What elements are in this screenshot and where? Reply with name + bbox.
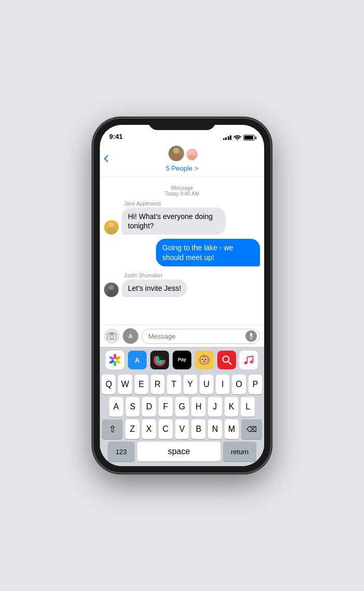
svg-point-3 xyxy=(190,150,194,155)
group-avatars xyxy=(167,145,197,163)
web-search-app-icon[interactable] xyxy=(217,351,236,369)
svg-point-5 xyxy=(109,223,114,228)
key-O[interactable]: O xyxy=(232,375,245,394)
group-name[interactable]: 5 People > xyxy=(166,164,199,172)
delete-key[interactable]: ⌫ xyxy=(241,419,262,439)
svg-point-31 xyxy=(250,361,253,364)
message-input[interactable] xyxy=(141,329,260,344)
notch xyxy=(148,119,216,130)
activity-icon-svg xyxy=(152,353,167,367)
status-time: 9:41 xyxy=(109,133,123,140)
avatar-justin xyxy=(104,282,119,297)
music-icon-svg xyxy=(243,354,254,366)
key-I[interactable]: I xyxy=(216,375,229,394)
keyboard-row-bottom: 123 space return xyxy=(102,442,262,461)
phone-screen: 9:41 xyxy=(100,125,264,466)
app-drawer: A Pay 🐵 xyxy=(100,347,264,371)
message-row-jane: Hi! What's everyone doing tonight? xyxy=(104,208,260,235)
bubble-jane: Hi! What's everyone doing tonight? xyxy=(122,208,226,235)
header-center: 5 People > xyxy=(166,145,199,172)
key-Q[interactable]: Q xyxy=(102,375,115,394)
key-T[interactable]: T xyxy=(167,375,180,394)
person2-icon xyxy=(187,149,197,160)
shift-key[interactable]: ⇧ xyxy=(102,419,123,439)
key-M[interactable]: M xyxy=(225,419,239,439)
key-Y[interactable]: Y xyxy=(184,375,197,394)
avatar-jane xyxy=(104,220,119,235)
signal-icon xyxy=(223,135,232,140)
svg-point-4 xyxy=(188,155,196,160)
avatar-secondary xyxy=(185,148,199,161)
svg-point-2 xyxy=(171,153,181,161)
avatar-main xyxy=(167,145,185,162)
key-R[interactable]: R xyxy=(151,375,164,394)
back-button[interactable] xyxy=(105,156,111,161)
message-row-sent: Going to the lake - we should meet up! xyxy=(104,239,260,266)
nav-header: 5 People > xyxy=(100,143,264,177)
battery-icon xyxy=(243,135,255,140)
mic-icon xyxy=(249,333,253,339)
message-row-justin: Let's invite Jess! xyxy=(104,279,260,297)
photos-app-icon[interactable] xyxy=(106,351,124,369)
key-J[interactable]: J xyxy=(208,397,222,417)
appstore-app-icon[interactable]: A xyxy=(128,351,147,369)
search-icon-svg xyxy=(222,355,232,365)
music-app-icon[interactable] xyxy=(239,351,258,369)
svg-point-28 xyxy=(223,356,229,363)
appstore-icon-svg: A xyxy=(132,354,143,366)
key-X[interactable]: X xyxy=(142,419,156,439)
bubble-justin: Let's invite Jess! xyxy=(122,279,187,297)
sender-name-justin: Justin Shumaker xyxy=(124,273,260,278)
animoji-app-icon[interactable]: 🐵 xyxy=(195,351,214,369)
space-key[interactable]: space xyxy=(137,442,220,461)
key-F[interactable]: F xyxy=(159,397,173,417)
activity-app-icon[interactable] xyxy=(150,351,169,369)
bubble-sent: Going to the lake - we should meet up! xyxy=(156,239,260,266)
svg-rect-13 xyxy=(250,333,252,337)
timestamp-label: iMessage Today 9:40 AM xyxy=(104,185,260,197)
key-P[interactable]: P xyxy=(249,375,262,394)
svg-point-30 xyxy=(244,362,248,365)
keyboard-row-1: Q W E R T Y U I O P xyxy=(102,375,262,394)
key-N[interactable]: N xyxy=(208,419,222,439)
svg-point-10 xyxy=(110,335,114,339)
camera-button[interactable] xyxy=(104,328,120,344)
phone-frame: 9:41 xyxy=(94,119,270,472)
input-area: A xyxy=(100,325,264,347)
sender-name-jane: Jane Appleseed xyxy=(124,201,260,207)
appstore-button[interactable]: A xyxy=(123,328,138,344)
key-L[interactable]: L xyxy=(241,397,255,417)
message-group-jane: Jane Appleseed Hi! What's everyone doing… xyxy=(104,201,260,235)
camera-icon xyxy=(107,332,116,340)
svg-text:A: A xyxy=(135,356,140,364)
svg-rect-11 xyxy=(110,332,114,334)
svg-point-7 xyxy=(109,285,114,290)
key-E[interactable]: E xyxy=(135,375,148,394)
key-S[interactable]: S xyxy=(126,397,140,417)
keyboard-row-2: A S D F G H J K L xyxy=(102,397,262,417)
key-H[interactable]: H xyxy=(191,397,205,417)
key-K[interactable]: K xyxy=(225,397,239,417)
applepay-app-icon[interactable]: Pay xyxy=(173,351,191,369)
key-G[interactable]: G xyxy=(175,397,189,417)
key-A[interactable]: A xyxy=(109,397,123,417)
svg-point-17 xyxy=(114,354,116,359)
message-group-justin: Justin Shumaker Let's invite Jess! xyxy=(104,273,260,297)
numbers-key[interactable]: 123 xyxy=(108,442,135,461)
return-key[interactable]: return xyxy=(223,442,256,461)
svg-point-8 xyxy=(107,290,116,296)
key-V[interactable]: V xyxy=(175,419,189,439)
jane-avatar-icon xyxy=(106,221,116,234)
key-C[interactable]: C xyxy=(159,419,173,439)
svg-point-1 xyxy=(173,148,179,154)
svg-point-20 xyxy=(114,361,116,366)
key-U[interactable]: U xyxy=(200,375,213,394)
messages-area: iMessage Today 9:40 AM Jane Appleseed Hi… xyxy=(100,177,264,325)
mic-button[interactable] xyxy=(245,330,257,342)
key-B[interactable]: B xyxy=(191,419,205,439)
status-icons xyxy=(223,135,255,140)
svg-point-6 xyxy=(107,227,116,234)
key-Z[interactable]: Z xyxy=(125,419,139,439)
key-D[interactable]: D xyxy=(142,397,156,417)
key-W[interactable]: W xyxy=(118,375,132,394)
